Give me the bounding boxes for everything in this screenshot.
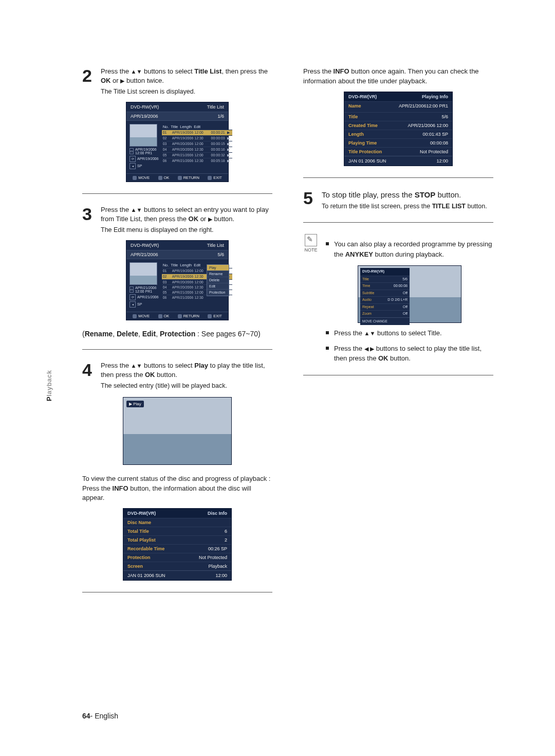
list-item: 01APR/19/2006 12:0000:00:21▶	[162, 130, 232, 135]
divider	[82, 349, 272, 350]
step-number: 4	[82, 361, 97, 391]
thumbnail	[130, 262, 157, 285]
note-bullet-1: Press the buttons to select Title.	[326, 328, 493, 338]
step-subtext: The selected entry (title) will be playe…	[101, 382, 272, 391]
step-number: 5	[303, 189, 318, 211]
step-text: To stop title play, press the STOP butto…	[322, 189, 493, 211]
step-text: Press the buttons to select Play to play…	[101, 361, 272, 391]
left-icon	[364, 346, 368, 352]
note-block: NOTE You can also play a recorded progra…	[303, 234, 493, 364]
step-number: 3	[82, 205, 97, 235]
play-icon	[208, 217, 212, 222]
step-subtext: To return the title list screen, press t…	[322, 202, 493, 211]
step-5: 5 To stop title play, press the STOP but…	[303, 189, 493, 211]
info-instruction: To view the current status of the disc a…	[82, 474, 272, 503]
list-item: 06APR/21/2006 12:3000:05:18▶	[162, 158, 232, 164]
note-icon: NOTE	[303, 234, 319, 364]
disc-info-panel: DVD-RW(VR)Disc Info Disc Name Total Titl…	[123, 508, 232, 581]
step-text: Press the buttons to select an entry you…	[101, 205, 272, 235]
divider	[303, 177, 493, 178]
title-list: No.TitleLengthEdit 01APR/19/2006 12:0000…	[162, 124, 232, 170]
step-3: 3 Press the buttons to select an entry y…	[82, 205, 272, 235]
osd-title-list-1: DVD-RW(VR)Title List APR/19/20061/6 ▭APR…	[126, 102, 229, 182]
list-item: 03APR/20/2006 12:0000:00:15▶	[162, 141, 232, 147]
step-text: Press the buttons to select Title List, …	[101, 67, 272, 97]
up-icon	[364, 331, 370, 336]
info-again-text: Press the INFO button once again. Then y…	[303, 67, 493, 86]
down-icon	[136, 207, 142, 213]
playing-info-panel: DVD-RW(VR)Playing Info NameAPR/21/200612…	[344, 92, 453, 166]
play-indicator: ▶ Play	[126, 401, 144, 407]
osd-title-list-2: DVD-RW(VR)Title List APR/21/20065/6 ▭APR…	[126, 240, 229, 320]
up-icon	[131, 363, 137, 369]
step-subtext: The Edit menu is displayed on the right.	[101, 226, 272, 235]
step-number: 2	[82, 67, 97, 97]
edit-options-note: (Rename, Delete, Edit, Protection : See …	[82, 330, 272, 338]
down-icon	[136, 363, 142, 369]
list-item: 05APR/21/2006 12:0000:00:32▶	[162, 152, 232, 158]
list-item: 02APR/19/2006 12:3000:00:03▶	[162, 135, 232, 141]
right-column: Press the INFO button once again. Then y…	[303, 67, 493, 604]
left-column: 2 Press the buttons to select Title List…	[82, 67, 272, 604]
down-icon	[369, 331, 375, 336]
list-item: 04APR/20/2006 12:3000:00:16▶	[162, 147, 232, 152]
up-icon	[131, 207, 137, 213]
divider	[303, 375, 493, 375]
step-subtext: The Title List screen is displayed.	[101, 87, 272, 97]
divider	[82, 193, 272, 194]
right-icon	[370, 346, 374, 352]
down-icon	[136, 69, 142, 75]
thumbnail	[130, 124, 157, 147]
step-4: 4 Press the buttons to select Play to pl…	[82, 361, 272, 391]
anykey-screen: DVD-RW(VR) Title5/6 Time00:00:08 Subtitl…	[358, 265, 461, 323]
note-text: You can also play a recorded programme b…	[326, 239, 493, 259]
divider	[303, 222, 493, 223]
step-2: 2 Press the buttons to select Title List…	[82, 67, 272, 97]
context-menu: Play Rename Delete Edit Protection	[207, 264, 229, 296]
playback-screen: ▶ Play	[123, 397, 232, 465]
page-number: 64- English	[82, 712, 118, 720]
side-tab: Playback	[45, 370, 53, 401]
divider	[82, 592, 272, 592]
up-icon	[131, 69, 137, 75]
note-bullet-2: Press the buttons to select to play the …	[326, 344, 493, 364]
